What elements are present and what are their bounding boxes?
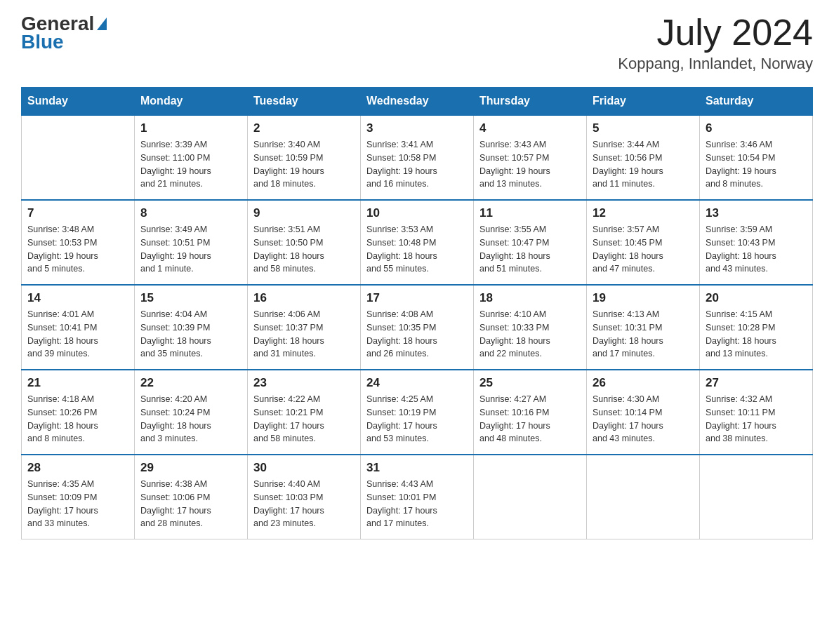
day-info: Sunrise: 4:35 AM Sunset: 10:09 PM Daylig… xyxy=(27,478,128,530)
calendar-cell: 2Sunrise: 3:40 AM Sunset: 10:59 PM Dayli… xyxy=(248,115,361,200)
calendar-cell: 16Sunrise: 4:06 AM Sunset: 10:37 PM Dayl… xyxy=(248,285,361,370)
day-number: 8 xyxy=(140,206,241,220)
calendar-cell: 31Sunrise: 4:43 AM Sunset: 10:01 PM Dayl… xyxy=(361,455,474,539)
calendar-cell: 15Sunrise: 4:04 AM Sunset: 10:39 PM Dayl… xyxy=(135,285,248,370)
day-number: 14 xyxy=(27,291,128,305)
calendar-cell: 12Sunrise: 3:57 AM Sunset: 10:45 PM Dayl… xyxy=(587,200,700,285)
day-number: 24 xyxy=(366,376,468,390)
day-number: 15 xyxy=(140,291,241,305)
calendar-cell: 19Sunrise: 4:13 AM Sunset: 10:31 PM Dayl… xyxy=(587,285,700,370)
day-info: Sunrise: 4:38 AM Sunset: 10:06 PM Daylig… xyxy=(140,478,241,530)
day-info: Sunrise: 4:32 AM Sunset: 10:11 PM Daylig… xyxy=(706,393,807,445)
calendar-cell: 10Sunrise: 3:53 AM Sunset: 10:48 PM Dayl… xyxy=(361,200,474,285)
day-info: Sunrise: 3:59 AM Sunset: 10:43 PM Daylig… xyxy=(706,223,807,276)
day-number: 29 xyxy=(140,461,241,475)
calendar-cell: 8Sunrise: 3:49 AM Sunset: 10:51 PM Dayli… xyxy=(135,200,248,285)
calendar-cell: 14Sunrise: 4:01 AM Sunset: 10:41 PM Dayl… xyxy=(22,285,135,370)
calendar-cell: 5Sunrise: 3:44 AM Sunset: 10:56 PM Dayli… xyxy=(587,115,700,200)
day-info: Sunrise: 4:13 AM Sunset: 10:31 PM Daylig… xyxy=(593,308,694,361)
day-number: 1 xyxy=(140,121,241,135)
day-info: Sunrise: 3:40 AM Sunset: 10:59 PM Daylig… xyxy=(253,138,355,191)
day-number: 10 xyxy=(366,206,468,220)
day-info: Sunrise: 4:06 AM Sunset: 10:37 PM Daylig… xyxy=(253,308,355,361)
day-info: Sunrise: 4:18 AM Sunset: 10:26 PM Daylig… xyxy=(27,393,128,445)
weekday-header-sunday: Sunday xyxy=(22,88,135,116)
day-number: 23 xyxy=(253,376,355,390)
calendar-cell: 30Sunrise: 4:40 AM Sunset: 10:03 PM Dayl… xyxy=(248,455,361,539)
calendar-cell xyxy=(22,115,135,200)
calendar-cell: 25Sunrise: 4:27 AM Sunset: 10:16 PM Dayl… xyxy=(474,370,587,455)
day-number: 31 xyxy=(366,461,468,475)
logo: General Blue xyxy=(21,14,107,52)
location-title: Koppang, Innlandet, Norway xyxy=(618,55,813,73)
weekday-header-tuesday: Tuesday xyxy=(248,88,361,116)
calendar-cell: 6Sunrise: 3:46 AM Sunset: 10:54 PM Dayli… xyxy=(700,115,813,200)
calendar-cell: 23Sunrise: 4:22 AM Sunset: 10:21 PM Dayl… xyxy=(248,370,361,455)
day-info: Sunrise: 4:30 AM Sunset: 10:14 PM Daylig… xyxy=(593,393,694,445)
day-info: Sunrise: 4:04 AM Sunset: 10:39 PM Daylig… xyxy=(140,308,241,361)
weekday-header-thursday: Thursday xyxy=(474,88,587,116)
day-number: 27 xyxy=(706,376,807,390)
day-number: 20 xyxy=(706,291,807,305)
day-number: 19 xyxy=(593,291,694,305)
page-header: General Blue July 2024 Koppang, Innlande… xyxy=(21,14,813,73)
day-number: 9 xyxy=(253,206,355,220)
calendar-cell: 1Sunrise: 3:39 AM Sunset: 11:00 PM Dayli… xyxy=(135,115,248,200)
day-number: 12 xyxy=(593,206,694,220)
calendar-week-row: 21Sunrise: 4:18 AM Sunset: 10:26 PM Dayl… xyxy=(22,370,813,455)
day-info: Sunrise: 3:46 AM Sunset: 10:54 PM Daylig… xyxy=(706,138,807,191)
day-info: Sunrise: 4:15 AM Sunset: 10:28 PM Daylig… xyxy=(706,308,807,361)
weekday-header-friday: Friday xyxy=(587,88,700,116)
calendar-cell: 3Sunrise: 3:41 AM Sunset: 10:58 PM Dayli… xyxy=(361,115,474,200)
calendar-cell: 21Sunrise: 4:18 AM Sunset: 10:26 PM Dayl… xyxy=(22,370,135,455)
calendar-cell: 22Sunrise: 4:20 AM Sunset: 10:24 PM Dayl… xyxy=(135,370,248,455)
day-number: 5 xyxy=(593,121,694,135)
day-info: Sunrise: 3:39 AM Sunset: 11:00 PM Daylig… xyxy=(140,138,241,191)
day-number: 11 xyxy=(479,206,581,220)
calendar-cell xyxy=(474,455,587,539)
day-info: Sunrise: 3:53 AM Sunset: 10:48 PM Daylig… xyxy=(366,223,468,276)
title-block: July 2024 Koppang, Innlandet, Norway xyxy=(618,14,813,73)
calendar-cell: 29Sunrise: 4:38 AM Sunset: 10:06 PM Dayl… xyxy=(135,455,248,539)
day-info: Sunrise: 4:01 AM Sunset: 10:41 PM Daylig… xyxy=(27,308,128,361)
day-info: Sunrise: 3:51 AM Sunset: 10:50 PM Daylig… xyxy=(253,223,355,276)
day-info: Sunrise: 3:57 AM Sunset: 10:45 PM Daylig… xyxy=(593,223,694,276)
day-number: 6 xyxy=(706,121,807,135)
calendar-cell: 11Sunrise: 3:55 AM Sunset: 10:47 PM Dayl… xyxy=(474,200,587,285)
calendar-cell: 28Sunrise: 4:35 AM Sunset: 10:09 PM Dayl… xyxy=(22,455,135,539)
weekday-header-saturday: Saturday xyxy=(700,88,813,116)
month-year-title: July 2024 xyxy=(618,14,813,51)
day-number: 28 xyxy=(27,461,128,475)
calendar-cell xyxy=(587,455,700,539)
day-number: 30 xyxy=(253,461,355,475)
calendar-cell: 26Sunrise: 4:30 AM Sunset: 10:14 PM Dayl… xyxy=(587,370,700,455)
day-info: Sunrise: 4:27 AM Sunset: 10:16 PM Daylig… xyxy=(479,393,581,445)
day-number: 13 xyxy=(706,206,807,220)
day-info: Sunrise: 4:25 AM Sunset: 10:19 PM Daylig… xyxy=(366,393,468,445)
day-number: 3 xyxy=(366,121,468,135)
calendar-cell: 27Sunrise: 4:32 AM Sunset: 10:11 PM Dayl… xyxy=(700,370,813,455)
day-number: 7 xyxy=(27,206,128,220)
calendar-cell xyxy=(700,455,813,539)
day-info: Sunrise: 4:20 AM Sunset: 10:24 PM Daylig… xyxy=(140,393,241,445)
calendar-cell: 24Sunrise: 4:25 AM Sunset: 10:19 PM Dayl… xyxy=(361,370,474,455)
calendar-table: SundayMondayTuesdayWednesdayThursdayFrid… xyxy=(21,87,813,539)
day-info: Sunrise: 4:43 AM Sunset: 10:01 PM Daylig… xyxy=(366,478,468,530)
day-info: Sunrise: 4:22 AM Sunset: 10:21 PM Daylig… xyxy=(253,393,355,445)
calendar-week-row: 14Sunrise: 4:01 AM Sunset: 10:41 PM Dayl… xyxy=(22,285,813,370)
day-number: 25 xyxy=(479,376,581,390)
calendar-cell: 17Sunrise: 4:08 AM Sunset: 10:35 PM Dayl… xyxy=(361,285,474,370)
day-number: 18 xyxy=(479,291,581,305)
day-info: Sunrise: 3:43 AM Sunset: 10:57 PM Daylig… xyxy=(479,138,581,191)
day-info: Sunrise: 3:49 AM Sunset: 10:51 PM Daylig… xyxy=(140,223,241,276)
calendar-week-row: 1Sunrise: 3:39 AM Sunset: 11:00 PM Dayli… xyxy=(22,115,813,200)
weekday-header-wednesday: Wednesday xyxy=(361,88,474,116)
day-number: 2 xyxy=(253,121,355,135)
day-info: Sunrise: 4:10 AM Sunset: 10:33 PM Daylig… xyxy=(479,308,581,361)
day-number: 16 xyxy=(253,291,355,305)
weekday-header-monday: Monday xyxy=(135,88,248,116)
calendar-cell: 7Sunrise: 3:48 AM Sunset: 10:53 PM Dayli… xyxy=(22,200,135,285)
calendar-cell: 13Sunrise: 3:59 AM Sunset: 10:43 PM Dayl… xyxy=(700,200,813,285)
calendar-week-row: 28Sunrise: 4:35 AM Sunset: 10:09 PM Dayl… xyxy=(22,455,813,539)
day-number: 21 xyxy=(27,376,128,390)
